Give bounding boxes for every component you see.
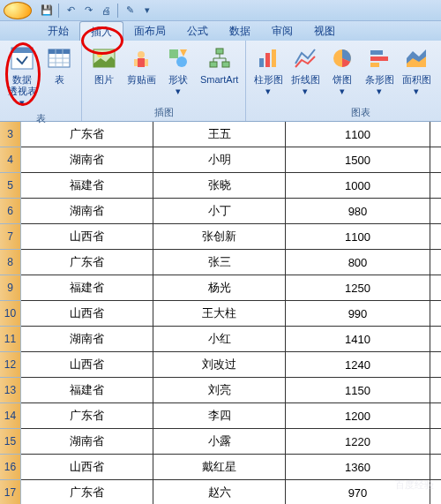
undo-icon[interactable]: ↶ [63, 3, 78, 19]
cell[interactable]: 湖南省 [21, 327, 153, 351]
bar-chart-button[interactable]: 条形图▾ [361, 42, 398, 99]
cell[interactable] [430, 199, 439, 223]
cell[interactable] [430, 147, 439, 172]
cell[interactable]: 山西省 [21, 301, 153, 326]
cell[interactable]: 小红 [153, 327, 286, 351]
row-header[interactable]: 17 [0, 480, 20, 504]
smartart-button[interactable]: SmartArt [197, 42, 242, 87]
cell[interactable] [430, 327, 439, 351]
shapes-button[interactable]: 形状▾ [160, 42, 197, 99]
cell[interactable]: 张晓 [153, 173, 286, 198]
cell[interactable]: 湖南省 [21, 147, 153, 172]
row-header[interactable]: 8 [0, 250, 20, 275]
line-chart-button[interactable]: 折线图▾ [287, 42, 324, 99]
cell[interactable]: 福建省 [21, 275, 153, 300]
cell[interactable]: 王大柱 [153, 301, 286, 326]
row-header[interactable]: 6 [0, 199, 20, 224]
cell[interactable]: 1000 [286, 173, 430, 198]
cell[interactable]: 1220 [286, 429, 430, 454]
redo-icon[interactable]: ↷ [80, 3, 96, 19]
cell[interactable] [430, 480, 439, 504]
column-chart-button[interactable]: 柱形图▾ [250, 42, 287, 99]
cell[interactable]: 800 [286, 250, 430, 275]
cell[interactable]: 1410 [286, 327, 430, 351]
cell[interactable]: 福建省 [21, 173, 153, 198]
tab-insert[interactable]: 插入 [79, 21, 123, 41]
save-icon[interactable]: 💾 [39, 3, 55, 19]
row-header[interactable]: 15 [0, 429, 20, 455]
cell[interactable]: 1360 [286, 455, 430, 479]
cell[interactable]: 970 [286, 480, 430, 504]
tab-pagelayout[interactable]: 面布局 [123, 21, 176, 41]
cell[interactable]: 1100 [286, 224, 430, 249]
qat-more-icon[interactable]: ▾ [139, 3, 155, 19]
cell[interactable] [430, 250, 439, 275]
scatter-chart-button[interactable]: 散点 [435, 42, 441, 87]
row-header[interactable]: 12 [0, 352, 20, 378]
tab-formulas[interactable]: 公式 [176, 21, 219, 41]
cell[interactable] [430, 352, 439, 377]
row-header[interactable]: 10 [0, 301, 20, 327]
cell[interactable] [430, 173, 439, 198]
table-button[interactable]: 表 [41, 42, 78, 87]
tab-review[interactable]: 审阅 [261, 21, 303, 41]
row-header[interactable]: 4 [0, 147, 20, 173]
row-header[interactable]: 13 [0, 378, 20, 403]
cell[interactable]: 赵六 [153, 480, 286, 504]
cell[interactable]: 广东省 [21, 250, 153, 275]
cell[interactable] [430, 378, 439, 402]
cell[interactable]: 广东省 [21, 403, 153, 428]
cell[interactable]: 王五 [153, 122, 286, 147]
cell[interactable]: 1250 [286, 275, 430, 300]
cell[interactable]: 张创新 [153, 224, 286, 249]
cell[interactable]: 山西省 [21, 455, 153, 479]
cell[interactable]: 小丁 [153, 199, 286, 223]
cell[interactable]: 刘改过 [153, 352, 286, 377]
row-header[interactable]: 14 [0, 403, 20, 429]
cell[interactable]: 1200 [286, 403, 430, 428]
cell[interactable]: 1500 [286, 147, 430, 172]
cell[interactable]: 山西省 [21, 352, 153, 377]
cell[interactable] [430, 301, 439, 326]
tab-data[interactable]: 数据 [219, 21, 261, 41]
cell[interactable]: 福建省 [21, 378, 153, 402]
cell[interactable]: 小明 [153, 147, 286, 172]
cell[interactable]: 990 [286, 301, 430, 326]
cell[interactable]: 1150 [286, 378, 430, 402]
row-header[interactable]: 7 [0, 224, 20, 250]
picture-button[interactable]: 图片 [86, 42, 123, 87]
cell[interactable] [430, 429, 439, 454]
cell[interactable]: 1100 [286, 122, 430, 147]
print-icon[interactable]: 🖨 [98, 3, 114, 19]
tab-view[interactable]: 视图 [303, 21, 346, 41]
pivot-table-button[interactable]: 数据 透视表 ▾ [4, 42, 41, 110]
row-header[interactable]: 16 [0, 455, 20, 480]
cell[interactable]: 广东省 [21, 480, 153, 504]
tab-home[interactable]: 开始 [37, 21, 79, 41]
cell[interactable]: 李四 [153, 403, 286, 428]
cell[interactable]: 1240 [286, 352, 430, 377]
cell[interactable]: 杨光 [153, 275, 286, 300]
row-header[interactable]: 5 [0, 173, 20, 199]
office-button[interactable] [4, 2, 32, 19]
cell[interactable]: 湖南省 [21, 199, 153, 223]
cell[interactable] [430, 224, 439, 249]
pie-chart-button[interactable]: 饼图▾ [324, 42, 361, 99]
grid[interactable]: 广东省王五1100湖南省小明1500福建省张晓1000湖南省小丁980山西省张创… [21, 122, 441, 504]
cell[interactable] [430, 455, 439, 479]
area-chart-button[interactable]: 面积图▾ [398, 42, 435, 99]
cell[interactable]: 山西省 [21, 224, 153, 249]
cell[interactable] [430, 403, 439, 428]
cell[interactable] [430, 122, 439, 147]
cell[interactable]: 980 [286, 199, 430, 223]
row-header[interactable]: 11 [0, 327, 20, 352]
row-header[interactable]: 9 [0, 275, 20, 301]
cell[interactable]: 小露 [153, 429, 286, 454]
clipart-button[interactable]: 剪贴画 [123, 42, 160, 87]
cell[interactable]: 戴红星 [153, 455, 286, 479]
cell[interactable]: 刘亮 [153, 378, 286, 402]
brush-icon[interactable]: ✎ [122, 3, 138, 19]
cell[interactable]: 湖南省 [21, 429, 153, 454]
cell[interactable]: 张三 [153, 250, 286, 275]
cell[interactable] [430, 275, 439, 300]
